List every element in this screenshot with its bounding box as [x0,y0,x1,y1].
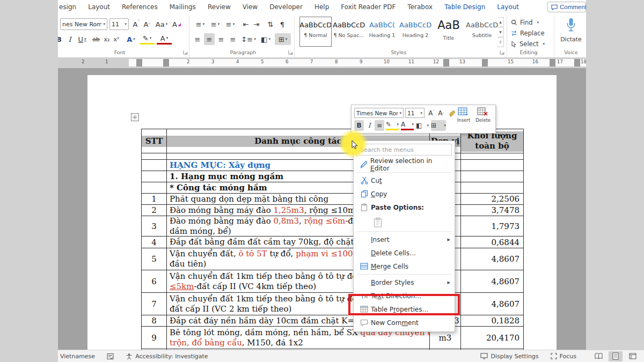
table-row[interactable]: 2Đào móng bằng máy đào 1,25m3, rộng ≤10m… [142,205,524,216]
italic-icon[interactable]: I [65,33,74,45]
highlight-color-icon[interactable]: ✎▾ [386,120,399,130]
menu-copy[interactable]: Copy [354,187,455,201]
font-color-icon[interactable]: A▾ [157,33,172,45]
ruler-column-marker[interactable] [136,59,142,67]
menu-insert[interactable]: Insert▶ [354,233,455,246]
borders-icon[interactable]: ⊞▾ [275,33,291,45]
font-size-combo[interactable]: 11▾ [109,18,129,30]
mini-font-size-combo[interactable]: 11▾ [405,108,425,118]
mini-font-name-combo[interactable]: Times New Ror▾ [354,108,404,118]
table-row[interactable] [142,153,524,160]
bold-icon[interactable]: B [58,33,63,45]
font-color-icon[interactable]: A▾ [401,120,414,130]
multilevel-list-icon[interactable]: ≡▾ [223,18,237,30]
justify-icon[interactable]: ≡ [228,33,238,45]
ruler[interactable]: 21234567891011121315161718 [58,57,586,68]
change-case-icon[interactable]: Aa▾ [155,18,169,30]
table-row[interactable]: 1. Hạng mục móng ngầm [142,171,524,182]
align-icon[interactable]: ≡ [375,120,384,131]
find-button[interactable]: Find▾ [511,19,539,26]
styles-dialog-launcher-icon[interactable] [500,50,505,55]
ruler-column-marker[interactable] [550,59,555,67]
sort-icon[interactable]: ⇅ [265,18,276,30]
accessibility-status[interactable]: Accessibility: Investigate [126,353,208,360]
bullets-icon[interactable]: ≡▾ [193,18,207,30]
strikethrough-icon[interactable]: ab [90,33,102,45]
table-row[interactable]: HẠNG MỤC: Xây dựng [142,160,524,171]
ruler-column-marker[interactable] [574,59,580,67]
ruler-column-marker[interactable] [482,59,488,67]
tab-foxit-reader-pdf[interactable]: Foxit Reader PDF [335,1,401,14]
tab-layout[interactable]: Layout [82,1,116,14]
table-row[interactable]: * Công tác móng hầm [142,182,524,194]
font-dialog-launcher-icon[interactable] [183,50,188,55]
menu-paste-option[interactable] [354,214,455,230]
insert-table-button[interactable]: Insert [455,107,473,123]
text-effects-icon[interactable]: A▾ [123,33,138,45]
delete-table-button[interactable]: Delete [474,107,492,123]
menu-delete-cells[interactable]: Delete Cells… [354,246,455,260]
numbering-icon[interactable]: ≡▾ [208,18,222,30]
table-row[interactable]: 7Vận chuyển đất 1km tiếp theo bằng ô tô … [142,293,524,315]
ruler-column-marker[interactable] [163,59,169,67]
paragraph-dialog-launcher-icon[interactable] [288,50,294,55]
focus-button[interactable]: Focus [551,353,576,360]
style-normal[interactable]: AaBbCcDd¶ Normal [299,17,332,47]
menu-new-comment[interactable]: New Comment [354,316,455,329]
read-mode-icon[interactable] [591,351,605,361]
table-row[interactable]: 1Phát quang dọn dẹp mặt bằng thi công2,2… [142,194,524,205]
menu-search-input[interactable]: Search the menus [356,144,452,156]
shading-icon[interactable]: ◧▾ [416,120,429,131]
tab-references[interactable]: References [116,1,164,14]
menu-paste-options[interactable]: Paste Options: [354,201,455,214]
align-center-icon[interactable]: ≡ [204,33,215,45]
tab-layout[interactable]: Layout [491,1,525,14]
select-button[interactable]: Select▾ [511,40,545,48]
highlight-color-icon[interactable]: ✎▾ [140,33,155,45]
shading-icon[interactable]: ◧▾ [259,33,273,45]
comment-button[interactable]: Comment [547,2,586,12]
table-row[interactable]: 6Vận chuyển đất 1km tiếp theo bằng ô tô … [142,270,524,293]
increase-indent-icon[interactable]: ⇥ [251,18,262,30]
grow-font-icon[interactable]: Aˆ [131,18,142,30]
document-table[interactable]: STT Danh mục công tác Đơn vị Khối lượng … [141,129,524,350]
style-heading-2[interactable]: AaBbCcDHeading 2 [399,17,431,47]
ruler-column-marker[interactable] [443,59,449,67]
web-layout-icon[interactable] [626,351,640,361]
table-row[interactable]: 9Bê tông lót móng, dầm móng, nền hầm, bể… [142,327,524,349]
style-no-spac[interactable]: AaBbCcDd¶ No Spac... [333,17,365,47]
clear-formatting-icon[interactable]: A◢ [171,18,182,30]
style-heading-1[interactable]: AaBbC(Heading 1 [366,17,398,47]
tab-view[interactable]: View [237,1,264,14]
superscript-icon[interactable]: x² [112,33,121,45]
tab-table-design[interactable]: Table Design [438,1,491,14]
table-row[interactable]: 3Đào móng bằng máy đào 0,8m3, rộng ≤6m-đ… [142,216,524,237]
tab-review[interactable]: Review [202,1,237,14]
table-row[interactable]: 8Đắp cát đáy nền hầm dày 10cm đầm chặt K… [142,315,524,327]
shrink-font-icon[interactable]: Aˇ [142,18,152,30]
menu-border-styles[interactable]: Border Styles▶ [354,276,455,289]
menu-merge-cells[interactable]: Merge Cells [354,260,455,273]
font-name-combo[interactable]: nes New Romar▾ [60,18,107,30]
show-formatting-marks-icon[interactable]: ¶ [277,18,288,30]
borders-icon[interactable]: ⊞▾ [431,120,446,131]
line-spacing-icon[interactable]: ↕≡▾ [241,33,255,45]
italic-icon[interactable]: I [365,120,374,131]
tab-help[interactable]: Help [309,1,335,14]
style-title[interactable]: AaBTitle [433,17,465,47]
table-row[interactable]: 4Đắp đất bằng đầm đất cầm tay 70kg, độ c… [142,237,524,248]
dictate-button[interactable]: Dictate [557,17,585,43]
subscript-icon[interactable]: x₂ [102,33,112,45]
tab-mailings[interactable]: Mailings [164,1,202,14]
align-left-icon[interactable]: ≡ [192,33,203,45]
style-subtitle[interactable]: AaBbCcDdSubtitle [466,17,498,47]
menu-review-selection-in-editor[interactable]: Review selection in Editor [354,158,455,171]
table-move-handle-icon[interactable]: ✛ [131,113,139,121]
tab-terabox[interactable]: Terabox [401,1,438,14]
tab-esign[interactable]: esign [58,1,82,14]
decrease-indent-icon[interactable]: ⇤ [240,18,251,30]
proofing-icon[interactable] [107,353,114,360]
header-stt[interactable]: STT [142,129,167,153]
language-status[interactable]: Vietnamese [60,353,95,360]
grow-font-icon[interactable]: Aˆ [427,108,436,119]
